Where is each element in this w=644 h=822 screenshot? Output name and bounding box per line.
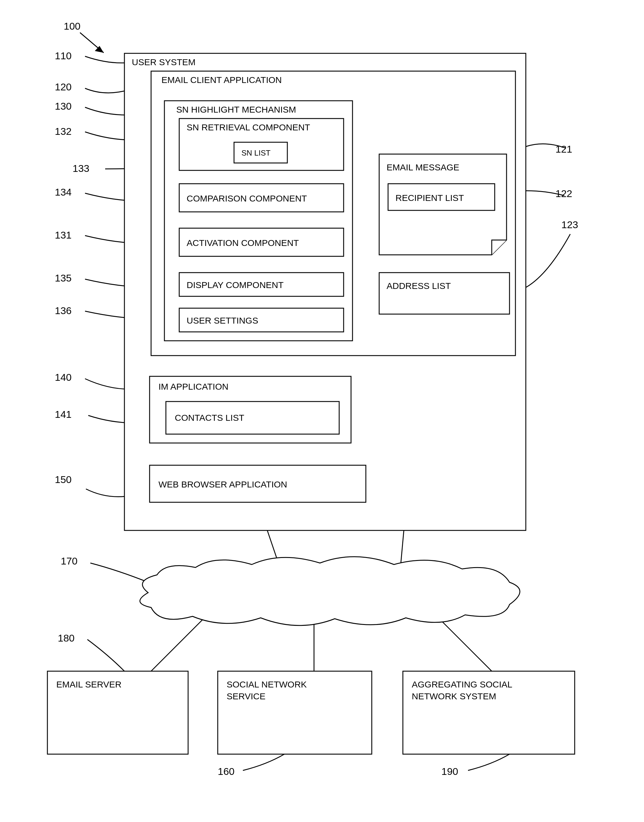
display-label: DISPLAY COMPONENT (187, 280, 284, 290)
contacts-list-label: CONTACTS LIST (175, 413, 244, 423)
ref-160: 160 (218, 766, 235, 777)
email-client-label: EMAIL CLIENT APPLICATION (161, 75, 282, 85)
ref-150: 150 (55, 474, 72, 485)
system-diagram: USER SYSTEM EMAIL CLIENT APPLICATION SN … (0, 0, 644, 822)
activation-label: ACTIVATION COMPONENT (187, 238, 299, 248)
ref-131: 131 (55, 229, 72, 241)
sn-retrieval-label: SN RETRIEVAL COMPONENT (187, 123, 310, 132)
comparison-label: COMPARISON COMPONENT (187, 193, 307, 203)
ref-170: 170 (61, 555, 78, 567)
ref-135: 135 (55, 272, 72, 284)
ref-133: 133 (72, 163, 89, 174)
ref-100: 100 (64, 20, 81, 32)
user-settings-label: USER SETTINGS (187, 316, 258, 325)
ref-136: 136 (55, 305, 72, 316)
ref-121: 121 (555, 143, 572, 155)
aggregating-label-2: NETWORK SYSTEM (412, 691, 496, 701)
svg-line-6 (435, 615, 492, 671)
web-browser-label: WEB BROWSER APPLICATION (158, 480, 287, 489)
ref-110: 110 (55, 50, 72, 61)
ref-134: 134 (55, 186, 72, 198)
ref-132: 132 (55, 126, 72, 137)
ref-120: 120 (55, 81, 72, 92)
ref-123: 123 (561, 219, 578, 230)
address-list-box (379, 273, 509, 314)
svg-line-4 (151, 615, 207, 671)
ref-141: 141 (55, 409, 72, 420)
email-server-label: EMAIL SERVER (56, 679, 121, 689)
user-system-label: USER SYSTEM (132, 57, 196, 67)
sn-highlight-label: SN HIGHLIGHT MECHANISM (176, 104, 296, 114)
email-message-label: EMAIL MESSAGE (386, 163, 460, 172)
cloud-icon (140, 557, 520, 626)
sn-list-label: SN LIST (241, 149, 270, 157)
ref-130: 130 (55, 100, 72, 112)
im-app-label: IM APPLICATION (158, 382, 228, 391)
social-network-service-label-1: SOCIAL NETWORK (227, 679, 307, 689)
address-list-label: ADDRESS LIST (386, 281, 451, 291)
aggregating-label-1: AGGREGATING SOCIAL (412, 679, 512, 689)
social-network-service-label-2: SERVICE (227, 691, 265, 701)
ref-140: 140 (55, 371, 72, 383)
ref-190: 190 (442, 766, 458, 777)
ref-122: 122 (555, 188, 572, 199)
svg-marker-1 (95, 46, 104, 53)
ref-180: 180 (58, 632, 75, 644)
recipient-list-label: RECIPIENT LIST (396, 193, 464, 203)
